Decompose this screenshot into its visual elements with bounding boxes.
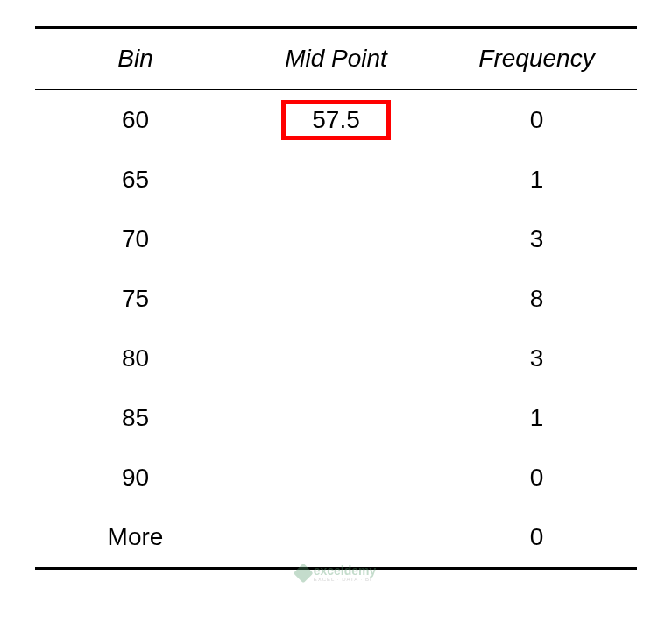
watermark-main: exceldemy <box>314 564 377 577</box>
cell-frequency: 8 <box>436 285 637 313</box>
table-header-row: Bin Mid Point Frequency <box>35 29 637 90</box>
cell-frequency: 0 <box>436 464 637 492</box>
cell-frequency: 1 <box>436 404 637 432</box>
cell-bin: 75 <box>35 285 236 313</box>
cell-midpoint <box>236 344 436 372</box>
watermark: exceldemy EXCEL · DATA · BI <box>296 564 377 582</box>
header-midpoint: Mid Point <box>236 45 436 73</box>
watermark-sub: EXCEL · DATA · BI <box>314 577 377 582</box>
cell-bin: 80 <box>35 344 236 372</box>
cell-midpoint <box>236 166 436 194</box>
table-row: 651 <box>35 150 637 209</box>
table-body: 6057.50651703758803851900More0 <box>35 90 637 567</box>
table-row: 851 <box>35 388 637 448</box>
cell-midpoint: 57.5 <box>236 106 436 134</box>
cell-midpoint <box>236 285 436 313</box>
cell-bin: 65 <box>35 166 236 194</box>
watermark-text: exceldemy EXCEL · DATA · BI <box>314 564 377 582</box>
frequency-table: Bin Mid Point Frequency 6057.50651703758… <box>35 26 637 570</box>
highlighted-cell: 57.5 <box>281 100 391 140</box>
table-row: 703 <box>35 209 637 269</box>
cell-midpoint <box>236 225 436 253</box>
table-row: 803 <box>35 329 637 388</box>
cell-bin: 60 <box>35 106 236 134</box>
table-row: More0 <box>35 507 637 567</box>
cell-bin: 85 <box>35 404 236 432</box>
cell-frequency: 0 <box>436 106 637 134</box>
header-frequency: Frequency <box>436 45 637 73</box>
cell-frequency: 3 <box>436 344 637 372</box>
table-row: 758 <box>35 269 637 329</box>
table-row: 6057.50 <box>35 90 637 150</box>
cell-midpoint <box>236 523 436 551</box>
cell-bin: 70 <box>35 225 236 253</box>
cell-midpoint <box>236 464 436 492</box>
cell-frequency: 0 <box>436 523 637 551</box>
watermark-icon <box>293 564 313 584</box>
cell-midpoint <box>236 404 436 432</box>
header-bin: Bin <box>35 45 236 73</box>
cell-frequency: 3 <box>436 225 637 253</box>
cell-bin: 90 <box>35 464 236 492</box>
cell-bin: More <box>35 523 236 551</box>
cell-frequency: 1 <box>436 166 637 194</box>
table-row: 900 <box>35 448 637 507</box>
